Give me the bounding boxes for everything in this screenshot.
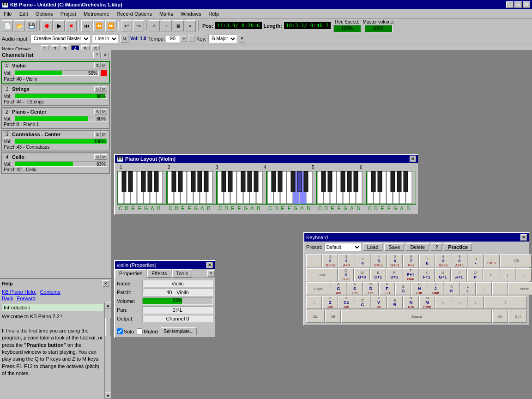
kb-key-e[interactable]: E C+1 [370, 268, 386, 281]
delete-btn[interactable]: Delete [406, 243, 429, 251]
menu-help[interactable]: Help [205, 10, 223, 18]
kb-key-d[interactable]: D D Fm [363, 282, 379, 295]
scrollbar-thumb[interactable] [105, 318, 111, 336]
close-button[interactable]: ✕ [523, 1, 530, 8]
help-forward-link[interactable]: Forward [17, 296, 35, 301]
kb-key-2[interactable]: 2 3 A+0 [339, 254, 354, 267]
kb-key-p[interactable]: P [484, 268, 499, 281]
tab-properties[interactable]: Properties [115, 269, 146, 278]
scrollbar-down[interactable]: ▼ [105, 393, 111, 399]
kb-key-3[interactable]: 3 4 [355, 254, 370, 267]
kb-key-h[interactable]: H H Em [411, 282, 427, 295]
kb-key-shift-r[interactable]: ⇧ [484, 296, 527, 309]
kb-key-slash[interactable]: / [468, 296, 484, 309]
props-close-btn[interactable]: ✕ [206, 262, 213, 268]
menu-record-options[interactable]: Record Options [113, 10, 156, 18]
kb-key-quote[interactable]: ' [492, 282, 508, 295]
mode-btn2[interactable]: ↕ [161, 20, 172, 31]
menu-edit[interactable]: Edit [16, 10, 32, 18]
kb-key-c[interactable]: C C [355, 296, 370, 309]
help-back-link[interactable]: Back [2, 296, 13, 301]
channel-cello-mute[interactable]: M [101, 154, 107, 160]
kb-key-ctrl-l[interactable]: Ctrl [306, 310, 325, 323]
stop-button[interactable]: ■ [66, 20, 77, 31]
save-button[interactable]: 💾 [26, 20, 37, 31]
record-button[interactable]: ⏺ [42, 20, 53, 31]
mode-btn1[interactable]: A [149, 20, 160, 31]
kb-key-z[interactable]: Z Z Am [322, 296, 338, 309]
channel-piano-solo[interactable]: S [94, 109, 101, 115]
menu-project[interactable]: Project [57, 10, 80, 18]
kb-key-semicolon[interactable]: ; [476, 282, 492, 295]
kb-key-j[interactable]: J J F#m [428, 282, 443, 295]
solo-checkbox[interactable] [117, 328, 123, 334]
redo-button[interactable]: ↪ [133, 20, 144, 31]
key-select[interactable]: G Major [208, 35, 237, 43]
mode-btn4[interactable]: ≡ [185, 20, 196, 31]
kb-key-u[interactable]: U G+1 [435, 268, 451, 281]
kb-key-s[interactable]: S S Dm [347, 282, 363, 295]
kb-key-8[interactable]: 8 9 G#+1 [435, 254, 451, 267]
kb-key-w[interactable]: W B+0 [354, 268, 370, 281]
kb-key-1[interactable]: 1 2 G#+0 [322, 254, 338, 267]
channel-violin-rec-btn[interactable] [101, 70, 107, 76]
channel-strings-solo[interactable]: S [94, 86, 101, 92]
help-scroll-area[interactable]: Introduction Welcome to KB Piano 2.2 ! I… [0, 302, 111, 399]
key-dropdown[interactable]: ▼ [239, 35, 245, 43]
open-button[interactable]: 📂 [14, 20, 25, 31]
kb-key-alt-l[interactable]: Alt [325, 310, 341, 323]
kb-key-x[interactable]: X Cx Am [339, 296, 354, 309]
kb-key-a[interactable]: A G Am [331, 282, 346, 295]
kb-close-btn[interactable]: ✕ [520, 234, 527, 241]
save-btn[interactable]: Save [384, 243, 404, 251]
monitor-button[interactable]: M [120, 35, 128, 43]
kb-key-b[interactable]: B B [387, 296, 403, 309]
channel-contrabass-solo[interactable]: S [94, 132, 101, 137]
kb-key-7[interactable]: 7 8 [419, 254, 435, 267]
kb-key-rbracket[interactable]: ] [516, 268, 532, 281]
undo-button[interactable]: ↩ [121, 20, 132, 31]
kb-key-0[interactable]: 0 - [468, 254, 484, 267]
kb-key-t[interactable]: T E+1 F#m [403, 268, 418, 281]
minimize-button[interactable]: _ [506, 1, 514, 8]
kb-key-4[interactable]: 4 5 C#+1 [371, 254, 387, 267]
help-close-btn[interactable]: ✕ [103, 280, 109, 287]
kb-key-comma[interactable]: < [435, 296, 451, 309]
new-button[interactable]: 📄 [2, 20, 13, 31]
menu-metronome[interactable]: Metronome [80, 10, 113, 18]
channel-violin-solo[interactable]: S [94, 63, 101, 68]
piano-window-close[interactable]: ✕ [410, 156, 416, 162]
kb-key-l[interactable]: L L [460, 282, 476, 295]
line-in-select[interactable]: Line In [92, 35, 118, 43]
menu-file[interactable]: File [0, 10, 16, 18]
rewind-button[interactable]: ⏮ [81, 20, 92, 31]
audio-device-select[interactable]: Creative Sound Blaster [30, 35, 90, 43]
muted-checkbox[interactable] [137, 328, 143, 334]
kb-key-backtick[interactable]: ` [306, 254, 322, 267]
kb-key-9[interactable]: 9 0 A#+1 [452, 254, 467, 267]
kb-key-backspace[interactable]: ⌫ [500, 254, 532, 267]
kb-key-n[interactable]: N N Em [403, 296, 419, 309]
prev-button[interactable]: ⏪ [93, 20, 104, 31]
kb-key-enter[interactable]: Enter [508, 282, 532, 295]
play-button[interactable]: ▶ [54, 20, 65, 31]
channel-piano-mute[interactable]: M [101, 109, 107, 115]
preset-select[interactable]: Default [324, 243, 361, 251]
kb-key-alt-r[interactable]: Alt [492, 310, 508, 323]
kb-key-6[interactable]: 6 7 F+1 [403, 254, 419, 267]
channels-help-btn[interactable]: ? [93, 52, 101, 58]
kb-key-f[interactable]: F F C+1 [379, 282, 395, 295]
channels-close-btn[interactable]: ✕ [102, 52, 109, 58]
menu-options[interactable]: Options [32, 10, 57, 18]
kb-key-period[interactable]: > [452, 296, 467, 309]
channel-contrabass-mute[interactable]: M [101, 132, 107, 137]
mode-btn3[interactable]: ▦ [173, 20, 184, 31]
channel-cello-solo[interactable]: S [94, 154, 101, 160]
kb-key-y[interactable]: Y F+1 [419, 268, 435, 281]
kb-key-v[interactable]: V V Bc [371, 296, 387, 309]
channel-strings-mute[interactable]: M [101, 86, 107, 92]
kb-key-tab[interactable]: Tab [306, 268, 338, 281]
practice-btn[interactable]: Practice [444, 243, 472, 251]
kb-key-backslash[interactable]: \ [306, 296, 322, 309]
kb-key-r[interactable]: R D+1 [387, 268, 402, 281]
